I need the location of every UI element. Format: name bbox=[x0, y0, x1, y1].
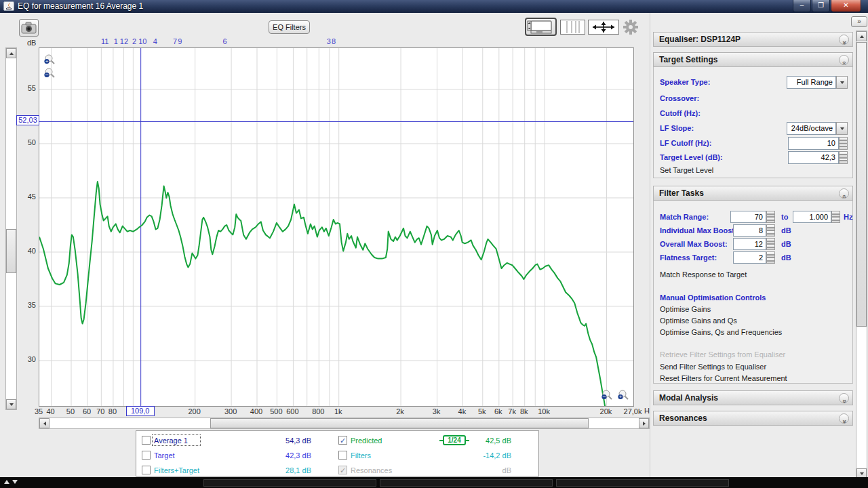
scroll-up-button[interactable] bbox=[6, 48, 16, 58]
x-tick-label: 27,0k bbox=[624, 407, 642, 415]
optimise-gains-qs-action[interactable]: Optimise Gains and Qs bbox=[660, 317, 737, 325]
flatness-target-spinner[interactable]: 2 bbox=[733, 251, 775, 264]
lf-slope-label: LF Slope: bbox=[660, 124, 694, 132]
legend-checkbox-average-1[interactable] bbox=[142, 436, 151, 445]
collapse-chevron-icon[interactable]: » bbox=[839, 55, 849, 65]
app-window: EQ for measurement 16 Average 1 – ❐ ✕ EQ… bbox=[0, 0, 868, 488]
combo-arrow-icon[interactable] bbox=[836, 76, 848, 89]
window-title: EQ for measurement 16 Average 1 bbox=[18, 1, 143, 11]
lf-slope-combo[interactable]: 24dB/octave bbox=[787, 122, 848, 135]
zoom-in-y-icon[interactable]: + bbox=[43, 54, 57, 66]
lf-cutoff-spinner[interactable]: 10 bbox=[788, 137, 848, 150]
section-header-equaliser[interactable]: Equaliser: DSP1124P » bbox=[653, 32, 853, 47]
view-stripes-button[interactable] bbox=[560, 20, 585, 35]
scroll-down-button[interactable] bbox=[6, 399, 16, 409]
spinner-arrows[interactable] bbox=[766, 238, 775, 250]
individual-max-boost-spinner[interactable]: 8 bbox=[733, 224, 775, 237]
reset-filters-action[interactable]: Reset Filters for Current Measurement bbox=[660, 374, 787, 382]
y-tick-label: 50 bbox=[17, 138, 36, 146]
x-tick-label: 500 bbox=[270, 407, 282, 415]
collapse-chevron-icon[interactable]: » bbox=[839, 35, 849, 45]
speaker-type-combo[interactable]: Full Range bbox=[787, 76, 848, 89]
plot-canvas bbox=[39, 48, 633, 406]
legend-checkbox-resonances[interactable]: ✓ bbox=[338, 466, 347, 474]
manual-optimisation-controls[interactable]: Manual Optimisation Controls bbox=[660, 293, 766, 302]
capture-image-button[interactable] bbox=[19, 19, 39, 37]
overall-max-boost-spinner[interactable]: 12 bbox=[733, 238, 775, 250]
horizontal-scrollbar[interactable] bbox=[39, 418, 650, 429]
filter-marker-7: 7 bbox=[173, 37, 177, 45]
graph-settings-button[interactable] bbox=[621, 18, 640, 36]
flatness-target-label: Flatness Target: bbox=[660, 253, 717, 262]
panel-expand-button[interactable]: » bbox=[851, 16, 867, 27]
filter-tasks-section: Filter Tasks » Match Range: 70 to 1.000 … bbox=[653, 186, 853, 384]
legend-checkbox-predicted[interactable]: ✓ bbox=[338, 436, 347, 445]
filter-tasks-title: Filter Tasks bbox=[659, 188, 704, 198]
vertical-scrollbar[interactable] bbox=[5, 47, 17, 410]
match-response-action[interactable]: Match Response to Target bbox=[660, 270, 747, 279]
scroll-left-button[interactable] bbox=[39, 418, 50, 428]
view-layout-button[interactable] bbox=[525, 18, 557, 36]
panel-scroll-up-button[interactable] bbox=[856, 31, 867, 41]
eq-filters-button[interactable]: EQ Filters bbox=[269, 20, 310, 34]
x-tick-label: 4k bbox=[458, 407, 467, 415]
match-range-from-spinner[interactable]: 70 bbox=[730, 211, 775, 223]
collapse-chevron-icon[interactable]: » bbox=[839, 188, 849, 199]
spinner-arrows[interactable] bbox=[766, 224, 775, 237]
zoom-out-x-icon[interactable]: − bbox=[601, 389, 614, 401]
x-tick-label: 200 bbox=[188, 407, 200, 415]
taskbar-item[interactable] bbox=[556, 479, 729, 487]
vertical-scroll-thumb[interactable] bbox=[6, 229, 16, 273]
section-header-modal-analysis[interactable]: Modal Analysis » bbox=[653, 390, 853, 405]
cursor-frequency-readout: 109,0 bbox=[126, 406, 155, 416]
equaliser-header-label: Equaliser: DSP1124P bbox=[659, 35, 741, 44]
section-header-target-settings[interactable]: Target Settings » bbox=[653, 52, 853, 67]
target-settings-title: Target Settings bbox=[659, 55, 717, 64]
taskbar-item[interactable] bbox=[380, 479, 553, 487]
x-tick-label: 60 bbox=[83, 407, 91, 415]
collapse-chevron-icon[interactable]: » bbox=[839, 393, 849, 403]
panel-scroll-thumb[interactable] bbox=[856, 42, 867, 327]
optimise-gains-qs-frequencies-action[interactable]: Optimise Gains, Qs and Frequencies bbox=[660, 328, 782, 336]
legend-checkbox-filters-target[interactable] bbox=[142, 466, 151, 474]
target-level-label: Target Level (dB): bbox=[660, 153, 723, 161]
maximize-button[interactable]: ❐ bbox=[812, 0, 830, 12]
minimize-button[interactable]: – bbox=[793, 0, 811, 12]
section-header-filter-tasks[interactable]: Filter Tasks » bbox=[653, 186, 853, 201]
spinner-arrows[interactable] bbox=[839, 137, 848, 150]
hz-unit-label: Hz bbox=[844, 213, 852, 221]
collapse-chevron-icon[interactable]: » bbox=[839, 413, 849, 424]
spinner-arrows[interactable] bbox=[766, 211, 775, 223]
legend-checkbox-target[interactable] bbox=[142, 451, 151, 460]
target-level-spinner[interactable]: 42,3 bbox=[788, 151, 848, 164]
legend-checkbox-filters[interactable] bbox=[338, 451, 347, 460]
legend-label: Predicted bbox=[351, 436, 382, 445]
x-tick-label: 40 bbox=[46, 407, 54, 415]
panel-scrollbar[interactable] bbox=[856, 30, 867, 479]
combo-arrow-icon[interactable] bbox=[836, 122, 848, 135]
send-filter-settings-action[interactable]: Send Filter Settings to Equaliser bbox=[660, 363, 766, 371]
camera-icon bbox=[20, 20, 38, 36]
horizontal-scroll-thumb[interactable] bbox=[210, 418, 589, 428]
y-tick-label: 55 bbox=[17, 84, 36, 92]
spinner-arrows[interactable] bbox=[766, 251, 775, 264]
optimise-gains-action[interactable]: Optimise Gains bbox=[660, 305, 711, 313]
vertical-stripes-icon bbox=[561, 20, 585, 34]
spinner-arrows[interactable] bbox=[831, 211, 840, 223]
close-button[interactable]: ✕ bbox=[831, 0, 861, 12]
taskbar-item[interactable] bbox=[203, 479, 376, 487]
scroll-right-button[interactable] bbox=[639, 418, 649, 428]
set-target-level-action[interactable]: Set Target Level bbox=[660, 166, 713, 174]
os-taskbar[interactable] bbox=[0, 477, 868, 488]
pan-mode-button[interactable] bbox=[588, 20, 619, 35]
zoom-in-x-icon[interactable]: + bbox=[617, 389, 631, 401]
spinner-arrows[interactable] bbox=[839, 151, 848, 164]
lf-cutoff-label: LF Cutoff (Hz): bbox=[660, 139, 711, 147]
section-header-resonances[interactable]: Resonances » bbox=[653, 411, 853, 426]
frequency-response-plot[interactable]: + − − + bbox=[39, 47, 634, 407]
legend-value: 28,1 dB bbox=[250, 466, 311, 474]
match-range-to-spinner[interactable]: 1.000 bbox=[793, 211, 840, 223]
filter-marker-12: 12 bbox=[120, 37, 128, 45]
zoom-out-y-icon[interactable]: − bbox=[43, 67, 57, 79]
legend-value: -14,2 dB bbox=[450, 451, 511, 460]
